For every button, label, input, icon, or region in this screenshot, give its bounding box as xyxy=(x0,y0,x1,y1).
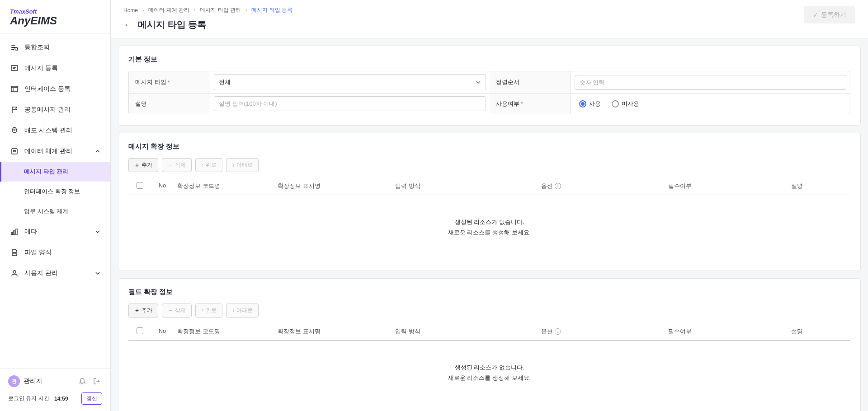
col-input: 입력 방식 xyxy=(395,327,486,336)
col-option: 옵션i xyxy=(486,182,617,190)
svg-rect-5 xyxy=(11,65,18,70)
file-icon xyxy=(10,249,19,256)
back-arrow-icon[interactable]: ← xyxy=(123,19,132,30)
chevron-right-icon: › xyxy=(142,8,144,13)
breadcrumb: Home › 데이터 체계 관리 › 메시지 타입 관리 › 메시지 타입 등록 xyxy=(123,6,804,14)
subnav-item-interface-ext[interactable]: 인터페이스 확장 정보 xyxy=(6,182,110,201)
move-up-button[interactable]: ↑위로 xyxy=(195,158,222,172)
crumb-data-system[interactable]: 데이터 체계 관리 xyxy=(148,6,189,14)
required-mark: * xyxy=(521,100,523,107)
avatar[interactable]: 관 xyxy=(8,375,20,387)
arrow-down-icon: ↓ xyxy=(232,307,235,313)
topbar: Home › 데이터 체계 관리 › 메시지 타입 관리 › 메시지 타입 등록… xyxy=(111,0,868,38)
move-up-button[interactable]: ↑위로 xyxy=(195,304,222,318)
subnav-item-business-system[interactable]: 업무 시스템 체계 xyxy=(6,201,110,221)
info-icon[interactable]: i xyxy=(555,183,561,189)
nav-label: 메타 xyxy=(24,228,95,236)
panel-field-info: 필드 확장 정보 ＋추가 －삭제 ↑위로 ↓아래로 No 확장정보 코드명 확장… xyxy=(118,278,861,411)
nav-item-interface-reg[interactable]: 인터페이스 등록 xyxy=(0,79,110,99)
nav-label: 인터페이스 등록 xyxy=(24,85,100,93)
svg-rect-13 xyxy=(12,149,17,154)
move-down-button[interactable]: ↓아래로 xyxy=(226,158,259,172)
register-button[interactable]: ✓ 등록하기 xyxy=(804,6,855,23)
bell-icon[interactable] xyxy=(77,376,88,387)
label-usage: 사용여부* xyxy=(490,93,571,114)
crumb-home[interactable]: Home xyxy=(123,7,138,14)
radio-usage-no[interactable]: 미사용 xyxy=(612,100,639,108)
empty-state: 생성된 리소스가 없습니다. 새로운 리소스를 생성해 보세요. xyxy=(128,341,850,405)
svg-point-12 xyxy=(14,129,15,131)
label-desc: 설명 xyxy=(129,93,210,114)
minus-icon: － xyxy=(168,307,173,314)
chevron-down-icon xyxy=(95,229,100,234)
svg-point-21 xyxy=(13,271,16,273)
radio-usage-yes[interactable]: 사용 xyxy=(579,100,601,108)
session-refresh-button[interactable]: 갱신 xyxy=(81,392,102,405)
panel-title: 기본 정보 xyxy=(128,55,850,64)
nav-item-data-system[interactable]: 데이터 체계 관리 xyxy=(0,141,110,162)
select-all-checkbox[interactable] xyxy=(137,182,143,189)
crumb-current: 메시지 타입 등록 xyxy=(251,6,292,14)
select-value: 전체 xyxy=(219,78,231,86)
col-desc: 설명 xyxy=(743,327,850,336)
nav-label: 파일 양식 xyxy=(24,248,100,257)
rocket-icon xyxy=(10,127,19,134)
minus-icon: － xyxy=(168,161,173,169)
plus-icon: ＋ xyxy=(134,307,140,314)
svg-line-4 xyxy=(17,50,18,51)
data-system-icon xyxy=(10,148,19,155)
nav-item-common-msg[interactable]: 공통메시지 관리 xyxy=(0,99,110,120)
col-no: No xyxy=(151,327,174,336)
register-button-label: 등록하기 xyxy=(821,11,846,19)
logout-icon[interactable] xyxy=(91,376,102,387)
table-header: No 확장정보 코드명 확장정보 표시명 입력 방식 옵션i 필수여부 설명 xyxy=(128,177,850,195)
table-header: No 확장정보 코드명 확장정보 표시명 입력 방식 옵션i 필수여부 설명 xyxy=(128,323,850,341)
logo-company: TmaxSoft xyxy=(10,8,100,15)
chevron-down-icon xyxy=(476,79,481,85)
col-desc: 설명 xyxy=(743,182,850,190)
add-button[interactable]: ＋추가 xyxy=(128,304,158,318)
label-msg-type: 메시지 타입* xyxy=(129,71,210,93)
label-sort: 정렬순서 xyxy=(490,71,571,93)
message-reg-icon xyxy=(10,65,19,72)
arrow-up-icon: ↑ xyxy=(201,162,204,168)
meta-icon xyxy=(10,228,19,235)
subnav-item-msg-type[interactable]: 메시지 타입 관리 xyxy=(0,162,110,182)
info-icon[interactable]: i xyxy=(555,328,561,335)
svg-rect-0 xyxy=(11,45,15,46)
move-down-button[interactable]: ↓아래로 xyxy=(226,304,259,318)
delete-button[interactable]: －삭제 xyxy=(162,304,192,318)
panel-title: 필드 확장 정보 xyxy=(128,288,850,296)
panel-title: 메시지 확장 정보 xyxy=(128,142,850,151)
nav-item-search[interactable]: 통합조회 xyxy=(0,37,110,58)
col-code: 확장정보 코드명 xyxy=(174,327,278,336)
msg-type-select[interactable]: 전체 xyxy=(214,74,486,90)
nav-item-user-mgmt[interactable]: 사용자 관리 xyxy=(0,263,110,284)
required-mark: * xyxy=(168,79,170,86)
nav-item-meta[interactable]: 메타 xyxy=(0,221,110,242)
panel-ext-info: 메시지 확장 정보 ＋추가 －삭제 ↑위로 ↓아래로 No 확장정보 코드명 확… xyxy=(118,133,861,271)
nav-item-deploy[interactable]: 배포 시스템 관리 xyxy=(0,120,110,141)
add-button[interactable]: ＋추가 xyxy=(128,158,158,172)
svg-rect-16 xyxy=(11,233,13,235)
col-required: 필수여부 xyxy=(617,327,743,336)
arrow-up-icon: ↑ xyxy=(201,307,204,313)
delete-button[interactable]: －삭제 xyxy=(162,158,192,172)
nav-item-message-reg[interactable]: 메시지 등록 xyxy=(0,58,110,79)
search-list-icon xyxy=(10,44,19,51)
col-input: 입력 방식 xyxy=(395,182,486,190)
desc-input[interactable] xyxy=(214,96,486,111)
select-all-checkbox[interactable] xyxy=(137,327,143,334)
col-display: 확장정보 표시명 xyxy=(278,327,395,336)
col-code: 확장정보 코드명 xyxy=(174,182,278,190)
interface-reg-icon xyxy=(10,85,19,93)
session-time: 14:59 xyxy=(54,396,68,402)
nav-item-file-form[interactable]: 파일 양식 xyxy=(0,242,110,263)
chevron-right-icon: › xyxy=(194,8,195,13)
chevron-right-icon: › xyxy=(245,8,247,13)
crumb-msg-type[interactable]: 메시지 타입 관리 xyxy=(200,6,241,14)
page-title: 메시지 타입 등록 xyxy=(138,19,206,31)
sort-input[interactable] xyxy=(575,75,847,90)
nav-label: 배포 시스템 관리 xyxy=(24,126,100,135)
svg-rect-18 xyxy=(16,229,17,235)
